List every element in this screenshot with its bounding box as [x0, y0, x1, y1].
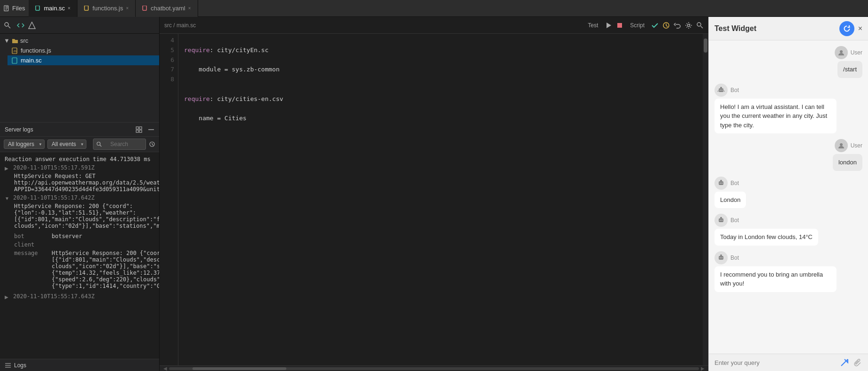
svg-line-18: [100, 145, 102, 147]
test-widget-panel: Test Widget × User /start: [708, 17, 868, 371]
editor-toolbar: src / main.sc Test Script: [160, 17, 708, 34]
avatar-bot-hello: [714, 84, 728, 97]
stop-icon[interactable]: [616, 22, 623, 29]
log-toggle-3[interactable]: ▶: [5, 294, 9, 300]
test-button[interactable]: Test: [585, 21, 601, 30]
svg-point-7: [5, 23, 8, 26]
send-button[interactable]: [840, 358, 849, 367]
logs-bottom-label: Logs: [14, 362, 26, 369]
tab-list: main.sc × functions.js × chatbot.yaml ×: [29, 0, 868, 17]
svg-rect-4: [36, 6, 39, 10]
file-sc-icon: [11, 57, 18, 64]
log-toggle-2[interactable]: ▼: [5, 196, 9, 201]
scroll-left-arrow[interactable]: ◀: [161, 366, 169, 371]
scroll-right-arrow[interactable]: ▶: [699, 366, 707, 371]
svg-point-41: [722, 183, 722, 184]
clock-icon[interactable]: [149, 141, 155, 147]
msg-bubble-user-start: /start: [837, 61, 862, 78]
file-main-sc-label: main.sc: [21, 57, 42, 64]
log-entry-1[interactable]: ▶ 2020-11-10T15:55:17.591Z: [0, 163, 159, 172]
svg-rect-32: [719, 88, 723, 92]
svg-rect-11: [12, 58, 17, 63]
widget-refresh-button[interactable]: [839, 21, 854, 36]
msg-header-bot-london: Bot: [714, 177, 739, 190]
widget-close-button[interactable]: ×: [858, 24, 862, 33]
log-entry-plain[interactable]: Reaction answer execution time 44.713038…: [0, 155, 159, 163]
svg-point-33: [720, 90, 721, 91]
settings-icon[interactable]: [685, 22, 692, 29]
scrollbar-v[interactable]: [703, 34, 708, 365]
logs-content: Reaction answer execution time 44.713038…: [0, 152, 159, 359]
avatar-bot-umbrella: [714, 251, 728, 264]
folder-src[interactable]: ▼ src: [0, 36, 159, 46]
deploy-icon[interactable]: [28, 22, 36, 29]
msg-text-user-start: /start: [843, 66, 857, 73]
files-icon: [4, 5, 10, 12]
svg-rect-5: [84, 6, 88, 10]
log-key-client: client: [14, 240, 52, 249]
log-entry-2[interactable]: ▼ 2020-11-10T15:55:17.642Z: [0, 193, 159, 202]
search-icon-logs: [96, 141, 102, 147]
log-plain-text: Reaction answer execution time 44.713038…: [5, 156, 151, 162]
log-table-2: bot botserver client message HttpService…: [0, 230, 159, 292]
events-filter[interactable]: All events: [47, 139, 86, 149]
logs-search-input[interactable]: [108, 140, 143, 148]
tab-main-sc[interactable]: main.sc ×: [29, 0, 77, 17]
scrollbar-horizontal[interactable]: ◀ ▶: [160, 365, 708, 371]
svg-point-48: [720, 257, 721, 258]
log-table-row-message: message HttpService Response: 200 {"coor…: [14, 249, 159, 290]
chat-msg-user-start: User /start: [714, 46, 862, 78]
tab-main-sc-close[interactable]: ×: [68, 6, 70, 11]
log-toggle-1[interactable]: ▶: [5, 166, 9, 171]
msg-sender-user-start: User: [851, 49, 862, 56]
file-main-sc[interactable]: main.sc: [8, 55, 159, 65]
logger-filter[interactable]: All loggers: [4, 139, 45, 149]
msg-header-bot-weather: Bot: [714, 214, 739, 227]
avatar-user-london: [835, 139, 848, 152]
chat-msg-user-london: User london: [714, 139, 862, 171]
expand-icon[interactable]: [136, 126, 142, 133]
msg-bubble-bot-hello: Hello! I am a virtual assistant. I can t…: [714, 99, 837, 134]
svg-point-45: [722, 220, 722, 221]
msg-text-bot-weather: Today in London few clouds, 14°C: [720, 233, 813, 240]
svg-rect-14: [136, 130, 138, 132]
script-button[interactable]: Script: [627, 21, 647, 30]
search-icon-editor[interactable]: [696, 22, 704, 29]
log-entry-3[interactable]: ▶ 2020-11-10T15:55:17.643Z: [0, 292, 159, 301]
code-content[interactable]: require: city/cityEn.sc module = sys.zb-…: [178, 34, 708, 365]
folder-src-label: src: [20, 37, 28, 44]
sidebar-toolbar: [0, 17, 159, 34]
attach-button[interactable]: [853, 358, 862, 367]
tab-functions-js-close[interactable]: ×: [126, 6, 129, 11]
server-logs-panel: Server logs All loggers All events: [0, 122, 159, 371]
svg-rect-43: [719, 218, 723, 222]
file-functions-js-label: functions.js: [21, 47, 51, 54]
scrollbar-thumb-h: [192, 367, 286, 370]
widget-title: Test Widget: [714, 24, 839, 33]
svg-point-34: [722, 90, 722, 91]
play-icon[interactable]: [605, 22, 612, 29]
editor-path: src / main.sc: [164, 22, 196, 29]
msg-sender-bot-umbrella: Bot: [730, 255, 739, 261]
log-val-message: HttpService Response: 200 {"coord":{"lon…: [52, 249, 159, 290]
file-functions-js[interactable]: JS functions.js: [8, 46, 159, 55]
svg-rect-1: [6, 6, 8, 7]
log-detail-1: HttpService Request: GET http://api.open…: [0, 172, 159, 193]
deploy-toolbar-icon[interactable]: [662, 22, 670, 29]
avatar-user-start: [835, 46, 848, 59]
check-icon[interactable]: [651, 22, 659, 29]
msg-sender-bot-hello: Bot: [730, 87, 739, 93]
undo-icon[interactable]: [674, 22, 681, 29]
msg-text-bot-london: London: [720, 196, 740, 203]
tab-chatbot-yaml[interactable]: chatbot.yaml ×: [136, 0, 198, 17]
msg-header-user-start: User: [835, 46, 862, 59]
tab-chatbot-yaml-close[interactable]: ×: [188, 6, 191, 11]
minimize-icon[interactable]: [148, 126, 154, 133]
chat-input[interactable]: [714, 359, 836, 366]
tab-functions-js[interactable]: functions.js ×: [77, 0, 136, 17]
svg-rect-12: [136, 127, 138, 129]
search-icon-sidebar[interactable]: [4, 22, 11, 29]
svg-point-31: [840, 50, 843, 53]
svg-rect-26: [617, 23, 622, 28]
svg-line-37: [724, 91, 724, 92]
